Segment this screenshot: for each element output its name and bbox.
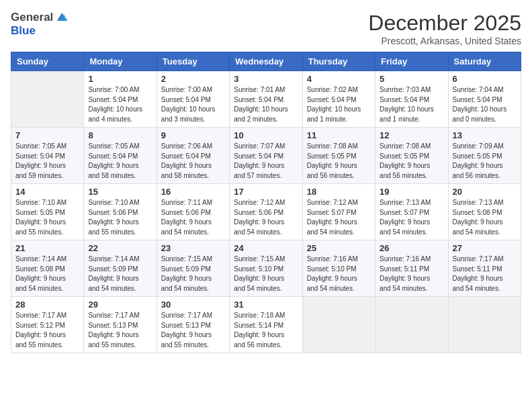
day-number: 27: [453, 243, 517, 253]
day-number: 12: [380, 130, 443, 140]
day-number: 1: [88, 74, 152, 84]
day-number: 2: [161, 74, 225, 84]
day-info: Sunrise: 7:13 AM Sunset: 5:08 PM Dayligh…: [453, 198, 517, 237]
day-number: 26: [380, 243, 443, 253]
calendar-cell: 31Sunrise: 7:18 AM Sunset: 5:14 PM Dayli…: [230, 297, 302, 353]
weekday-header: Sunday: [11, 52, 84, 71]
day-info: Sunrise: 7:15 AM Sunset: 5:10 PM Dayligh…: [234, 255, 298, 293]
calendar-cell: 7Sunrise: 7:05 AM Sunset: 5:04 PM Daylig…: [11, 128, 84, 184]
weekday-header: Thursday: [302, 52, 375, 71]
day-number: 14: [15, 187, 79, 197]
day-info: Sunrise: 7:10 AM Sunset: 5:05 PM Dayligh…: [15, 198, 79, 237]
calendar-cell: 20Sunrise: 7:13 AM Sunset: 5:08 PM Dayli…: [448, 184, 521, 240]
day-number: 6: [453, 74, 517, 84]
calendar-cell: 11Sunrise: 7:08 AM Sunset: 5:05 PM Dayli…: [302, 128, 375, 184]
calendar-cell: 26Sunrise: 7:16 AM Sunset: 5:11 PM Dayli…: [375, 240, 448, 297]
calendar-cell: 4Sunrise: 7:02 AM Sunset: 5:04 PM Daylig…: [302, 71, 375, 128]
day-number: 5: [380, 74, 443, 84]
day-info: Sunrise: 7:18 AM Sunset: 5:14 PM Dayligh…: [234, 311, 298, 350]
day-info: Sunrise: 7:17 AM Sunset: 5:13 PM Dayligh…: [88, 311, 152, 350]
day-info: Sunrise: 7:00 AM Sunset: 5:04 PM Dayligh…: [88, 85, 152, 124]
calendar-cell: 2Sunrise: 7:00 AM Sunset: 5:04 PM Daylig…: [157, 71, 229, 128]
day-number: 24: [234, 243, 298, 253]
day-number: 3: [234, 74, 298, 84]
month-title: December 2025: [368, 11, 521, 36]
day-number: 16: [161, 187, 225, 197]
day-info: Sunrise: 7:16 AM Sunset: 5:10 PM Dayligh…: [307, 255, 371, 293]
day-number: 10: [234, 130, 298, 140]
day-number: 21: [15, 243, 79, 253]
day-info: Sunrise: 7:17 AM Sunset: 5:11 PM Dayligh…: [453, 255, 517, 293]
calendar-table: SundayMondayTuesdayWednesdayThursdayFrid…: [11, 52, 521, 353]
calendar-cell: 29Sunrise: 7:17 AM Sunset: 5:13 PM Dayli…: [84, 297, 157, 353]
day-info: Sunrise: 7:09 AM Sunset: 5:05 PM Dayligh…: [453, 142, 517, 181]
day-info: Sunrise: 7:01 AM Sunset: 5:04 PM Dayligh…: [234, 85, 298, 124]
calendar-cell: 6Sunrise: 7:04 AM Sunset: 5:04 PM Daylig…: [448, 71, 521, 128]
calendar-week-row: 1Sunrise: 7:00 AM Sunset: 5:04 PM Daylig…: [11, 71, 521, 128]
day-info: Sunrise: 7:15 AM Sunset: 5:09 PM Dayligh…: [161, 255, 225, 293]
logo-blue: Blue: [11, 24, 36, 38]
calendar-week-row: 28Sunrise: 7:17 AM Sunset: 5:12 PM Dayli…: [11, 297, 521, 353]
title-section: December 2025 Prescott, Arkansas, United…: [368, 11, 521, 46]
day-number: 15: [88, 187, 152, 197]
day-info: Sunrise: 7:00 AM Sunset: 5:04 PM Dayligh…: [161, 85, 225, 124]
calendar-cell: 22Sunrise: 7:14 AM Sunset: 5:09 PM Dayli…: [84, 240, 157, 297]
calendar-cell: 23Sunrise: 7:15 AM Sunset: 5:09 PM Dayli…: [157, 240, 229, 297]
day-number: 29: [88, 300, 152, 310]
calendar-cell: 9Sunrise: 7:06 AM Sunset: 5:04 PM Daylig…: [157, 128, 229, 184]
calendar-cell: 17Sunrise: 7:12 AM Sunset: 5:06 PM Dayli…: [230, 184, 302, 240]
logo: General Blue: [11, 11, 69, 38]
day-info: Sunrise: 7:11 AM Sunset: 5:06 PM Dayligh…: [161, 198, 225, 237]
day-info: Sunrise: 7:08 AM Sunset: 5:05 PM Dayligh…: [307, 142, 371, 181]
day-number: 31: [234, 300, 298, 310]
day-number: 18: [307, 187, 371, 197]
day-number: 4: [307, 74, 371, 84]
day-number: 22: [88, 243, 152, 253]
calendar-cell: 21Sunrise: 7:14 AM Sunset: 5:08 PM Dayli…: [11, 240, 84, 297]
day-info: Sunrise: 7:04 AM Sunset: 5:04 PM Dayligh…: [453, 85, 517, 124]
day-number: 13: [453, 130, 517, 140]
day-info: Sunrise: 7:14 AM Sunset: 5:09 PM Dayligh…: [88, 255, 152, 293]
calendar-cell: 10Sunrise: 7:07 AM Sunset: 5:04 PM Dayli…: [230, 128, 302, 184]
day-info: Sunrise: 7:16 AM Sunset: 5:11 PM Dayligh…: [380, 255, 443, 293]
day-info: Sunrise: 7:08 AM Sunset: 5:05 PM Dayligh…: [380, 142, 443, 181]
day-number: 9: [161, 130, 225, 140]
day-info: Sunrise: 7:07 AM Sunset: 5:04 PM Dayligh…: [234, 142, 298, 181]
day-info: Sunrise: 7:06 AM Sunset: 5:04 PM Dayligh…: [161, 142, 225, 181]
day-info: Sunrise: 7:05 AM Sunset: 5:04 PM Dayligh…: [88, 142, 152, 181]
calendar-cell: 30Sunrise: 7:17 AM Sunset: 5:13 PM Dayli…: [157, 297, 229, 353]
calendar-cell: 19Sunrise: 7:13 AM Sunset: 5:07 PM Dayli…: [375, 184, 448, 240]
calendar-cell: 5Sunrise: 7:03 AM Sunset: 5:04 PM Daylig…: [375, 71, 448, 128]
calendar-cell: 3Sunrise: 7:01 AM Sunset: 5:04 PM Daylig…: [230, 71, 302, 128]
day-info: Sunrise: 7:03 AM Sunset: 5:04 PM Dayligh…: [380, 85, 443, 124]
day-info: Sunrise: 7:17 AM Sunset: 5:13 PM Dayligh…: [161, 311, 225, 350]
day-number: 23: [161, 243, 225, 253]
day-info: Sunrise: 7:14 AM Sunset: 5:08 PM Dayligh…: [15, 255, 79, 293]
day-info: Sunrise: 7:10 AM Sunset: 5:06 PM Dayligh…: [88, 198, 152, 237]
day-number: 7: [15, 130, 79, 140]
weekday-header: Friday: [375, 52, 448, 71]
logo-icon: [54, 11, 69, 24]
day-info: Sunrise: 7:17 AM Sunset: 5:12 PM Dayligh…: [15, 311, 79, 350]
logo-general: General: [11, 11, 53, 24]
calendar-cell: 12Sunrise: 7:08 AM Sunset: 5:05 PM Dayli…: [375, 128, 448, 184]
calendar-cell: 14Sunrise: 7:10 AM Sunset: 5:05 PM Dayli…: [11, 184, 84, 240]
calendar-cell: 18Sunrise: 7:12 AM Sunset: 5:07 PM Dayli…: [302, 184, 375, 240]
weekday-header: Wednesday: [230, 52, 302, 71]
day-info: Sunrise: 7:05 AM Sunset: 5:04 PM Dayligh…: [15, 142, 79, 181]
calendar-cell: 15Sunrise: 7:10 AM Sunset: 5:06 PM Dayli…: [84, 184, 157, 240]
calendar-cell: 24Sunrise: 7:15 AM Sunset: 5:10 PM Dayli…: [230, 240, 302, 297]
calendar-cell: 1Sunrise: 7:00 AM Sunset: 5:04 PM Daylig…: [84, 71, 157, 128]
day-number: 19: [380, 187, 443, 197]
calendar-cell: [302, 297, 375, 353]
calendar-week-row: 7Sunrise: 7:05 AM Sunset: 5:04 PM Daylig…: [11, 128, 521, 184]
calendar-cell: 25Sunrise: 7:16 AM Sunset: 5:10 PM Dayli…: [302, 240, 375, 297]
calendar-cell: 8Sunrise: 7:05 AM Sunset: 5:04 PM Daylig…: [84, 128, 157, 184]
calendar-week-row: 21Sunrise: 7:14 AM Sunset: 5:08 PM Dayli…: [11, 240, 521, 297]
weekday-header: Monday: [84, 52, 157, 71]
day-info: Sunrise: 7:02 AM Sunset: 5:04 PM Dayligh…: [307, 85, 371, 124]
day-number: 30: [161, 300, 225, 310]
day-info: Sunrise: 7:12 AM Sunset: 5:06 PM Dayligh…: [234, 198, 298, 237]
calendar-cell: 16Sunrise: 7:11 AM Sunset: 5:06 PM Dayli…: [157, 184, 229, 240]
calendar-cell: 28Sunrise: 7:17 AM Sunset: 5:12 PM Dayli…: [11, 297, 84, 353]
